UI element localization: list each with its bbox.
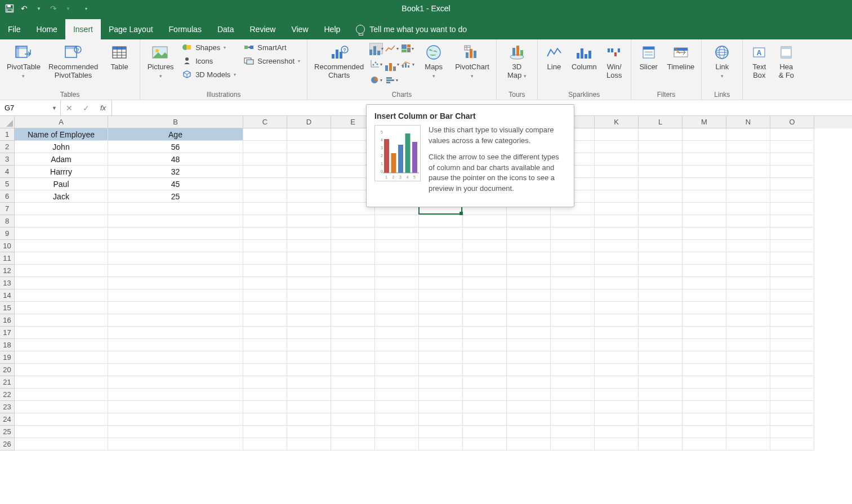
row-header[interactable]: 13 xyxy=(0,277,15,289)
cell[interactable] xyxy=(243,351,287,364)
cell[interactable] xyxy=(419,339,463,351)
cell[interactable] xyxy=(463,240,507,252)
tab-data[interactable]: Data xyxy=(209,19,242,39)
cell[interactable] xyxy=(639,190,683,203)
cell[interactable] xyxy=(15,351,108,364)
cell[interactable] xyxy=(375,240,419,252)
cancel-icon[interactable]: ✕ xyxy=(61,104,78,113)
tab-review[interactable]: Review xyxy=(242,19,284,39)
cell[interactable] xyxy=(639,203,683,215)
cell[interactable] xyxy=(595,153,639,166)
cell[interactable] xyxy=(726,376,770,389)
cell[interactable] xyxy=(15,277,108,289)
cell[interactable] xyxy=(15,252,108,265)
cell[interactable] xyxy=(331,438,375,451)
cell[interactable] xyxy=(287,401,331,413)
cell[interactable] xyxy=(463,314,507,327)
cell[interactable] xyxy=(507,351,551,364)
cell[interactable] xyxy=(770,265,814,277)
cell[interactable] xyxy=(419,389,463,401)
cell[interactable] xyxy=(375,364,419,376)
cell[interactable] xyxy=(243,438,287,451)
cell[interactable] xyxy=(463,426,507,438)
cell[interactable] xyxy=(419,265,463,277)
cell[interactable] xyxy=(683,426,726,438)
timeline-button[interactable]: Timeline xyxy=(664,41,698,74)
cell[interactable] xyxy=(331,389,375,401)
recommended-pivottables-button[interactable]: ? Recommended PivotTables xyxy=(45,41,101,82)
cell[interactable] xyxy=(595,327,639,339)
cell[interactable] xyxy=(419,277,463,289)
cell[interactable] xyxy=(683,153,726,166)
cell[interactable] xyxy=(726,314,770,327)
cell[interactable] xyxy=(595,401,639,413)
cell[interactable] xyxy=(375,389,419,401)
cell[interactable] xyxy=(551,302,595,314)
cell[interactable] xyxy=(243,215,287,228)
cell[interactable] xyxy=(463,389,507,401)
column-header[interactable]: D xyxy=(287,116,331,128)
cell[interactable] xyxy=(287,389,331,401)
cell[interactable] xyxy=(551,327,595,339)
row-header[interactable]: 8 xyxy=(0,215,15,228)
cell[interactable] xyxy=(639,364,683,376)
cell[interactable] xyxy=(419,289,463,302)
row-header[interactable]: 4 xyxy=(0,166,15,178)
cell[interactable] xyxy=(419,401,463,413)
cell[interactable] xyxy=(639,153,683,166)
cell[interactable] xyxy=(287,228,331,240)
cell[interactable] xyxy=(639,128,683,141)
cell[interactable] xyxy=(15,228,108,240)
cell[interactable] xyxy=(243,240,287,252)
cell[interactable] xyxy=(770,128,814,141)
cell[interactable] xyxy=(507,327,551,339)
cell[interactable] xyxy=(419,314,463,327)
cell[interactable] xyxy=(243,401,287,413)
cell[interactable] xyxy=(15,203,108,215)
cell[interactable] xyxy=(770,141,814,153)
tab-insert[interactable]: Insert xyxy=(65,19,101,39)
cell[interactable] xyxy=(507,314,551,327)
cell[interactable] xyxy=(419,215,463,228)
fx-icon[interactable]: fx xyxy=(95,104,111,112)
cell[interactable] xyxy=(287,141,331,153)
cell[interactable] xyxy=(463,228,507,240)
row-header[interactable]: 6 xyxy=(0,190,15,203)
pictures-button[interactable]: Pictures▾ xyxy=(144,41,177,82)
undo-icon[interactable]: ↶ xyxy=(19,3,29,14)
cell[interactable] xyxy=(331,228,375,240)
cell[interactable] xyxy=(108,289,243,302)
cell[interactable] xyxy=(595,252,639,265)
row-header[interactable]: 23 xyxy=(0,401,15,413)
row-header[interactable]: 22 xyxy=(0,389,15,401)
cell[interactable] xyxy=(683,141,726,153)
row-header[interactable]: 25 xyxy=(0,426,15,438)
cell[interactable] xyxy=(726,413,770,426)
cell[interactable]: John xyxy=(15,141,108,153)
cell[interactable] xyxy=(507,413,551,426)
header-footer-button[interactable]: Hea & Fo xyxy=(773,41,799,82)
cell[interactable] xyxy=(551,215,595,228)
cell[interactable] xyxy=(243,327,287,339)
cell[interactable] xyxy=(463,289,507,302)
name-box[interactable]: G7▼ xyxy=(0,100,61,115)
cell[interactable] xyxy=(551,289,595,302)
row-header[interactable]: 3 xyxy=(0,153,15,166)
cell[interactable] xyxy=(463,438,507,451)
stock-chart-button[interactable]: ▾ xyxy=(385,59,399,70)
cell[interactable] xyxy=(683,128,726,141)
cell[interactable] xyxy=(551,376,595,389)
cell[interactable] xyxy=(770,166,814,178)
cell[interactable] xyxy=(243,153,287,166)
cell[interactable]: Harrry xyxy=(15,166,108,178)
cell[interactable] xyxy=(507,265,551,277)
cell[interactable] xyxy=(375,426,419,438)
treemap-chart-button[interactable]: ▾ xyxy=(401,43,414,54)
row-header[interactable]: 12 xyxy=(0,265,15,277)
cell[interactable] xyxy=(770,438,814,451)
cell[interactable] xyxy=(15,364,108,376)
cell[interactable] xyxy=(15,413,108,426)
cell[interactable] xyxy=(507,339,551,351)
cell[interactable] xyxy=(595,228,639,240)
redo-icon[interactable]: ↷ xyxy=(48,3,59,14)
